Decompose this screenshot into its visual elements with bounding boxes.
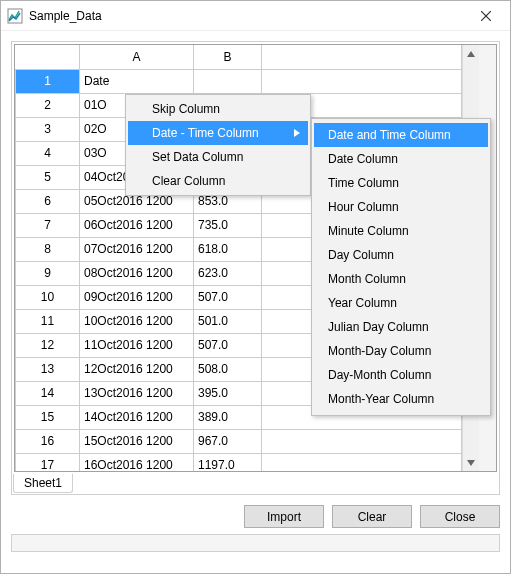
- submenu-item[interactable]: Month Column: [314, 267, 488, 291]
- row-header[interactable]: 8: [16, 237, 80, 261]
- submenu-item[interactable]: Hour Column: [314, 195, 488, 219]
- dialog-body: A B 1Date201O302O403O504Oct2016 1200852.…: [1, 31, 510, 573]
- scroll-down-icon[interactable]: [463, 454, 479, 471]
- cell-empty[interactable]: [262, 69, 462, 93]
- submenu-item[interactable]: Day-Month Column: [314, 363, 488, 387]
- svg-marker-4: [467, 460, 475, 466]
- cell-b[interactable]: 501.0: [194, 309, 262, 333]
- cell-b[interactable]: 1197.0: [194, 453, 262, 472]
- cell-b[interactable]: 508.0: [194, 357, 262, 381]
- cell-a[interactable]: 13Oct2016 1200: [80, 381, 194, 405]
- cell-a[interactable]: 09Oct2016 1200: [80, 285, 194, 309]
- close-icon[interactable]: [466, 2, 506, 30]
- cell-a[interactable]: 07Oct2016 1200: [80, 237, 194, 261]
- row-header[interactable]: 13: [16, 357, 80, 381]
- menu-clear-column[interactable]: Clear Column: [128, 169, 308, 193]
- button-row: Import Clear Close: [11, 505, 500, 528]
- row-header[interactable]: 11: [16, 309, 80, 333]
- cell-a[interactable]: 15Oct2016 1200: [80, 429, 194, 453]
- titlebar: Sample_Data: [1, 1, 510, 31]
- svg-marker-3: [467, 51, 475, 57]
- submenu-item[interactable]: Month-Year Column: [314, 387, 488, 411]
- cell-a[interactable]: 12Oct2016 1200: [80, 357, 194, 381]
- row-header[interactable]: 12: [16, 333, 80, 357]
- cell-b[interactable]: 395.0: [194, 381, 262, 405]
- cell-b[interactable]: [194, 69, 262, 93]
- row-header[interactable]: 3: [16, 117, 80, 141]
- import-button[interactable]: Import: [244, 505, 324, 528]
- row-header[interactable]: 4: [16, 141, 80, 165]
- scroll-up-icon[interactable]: [463, 45, 479, 62]
- cell-a[interactable]: 16Oct2016 1200: [80, 453, 194, 472]
- row-header[interactable]: 17: [16, 453, 80, 472]
- cell-a[interactable]: Date: [80, 69, 194, 93]
- sheet-tabs: Sheet1: [14, 472, 497, 494]
- menu-datetime-column[interactable]: Date - Time Column: [128, 121, 308, 145]
- cell-b[interactable]: 967.0: [194, 429, 262, 453]
- submenu-datetime: Date and Time ColumnDate ColumnTime Colu…: [311, 118, 491, 416]
- cell-b[interactable]: 623.0: [194, 261, 262, 285]
- submenu-arrow-icon: [294, 128, 300, 139]
- row-header[interactable]: 2: [16, 93, 80, 117]
- context-menu-column: Skip Column Date - Time Column Set Data …: [125, 94, 311, 196]
- submenu-item[interactable]: Date and Time Column: [314, 123, 488, 147]
- row-header[interactable]: 10: [16, 285, 80, 309]
- row-header[interactable]: 14: [16, 381, 80, 405]
- col-header-b[interactable]: B: [194, 45, 262, 69]
- clear-button[interactable]: Clear: [332, 505, 412, 528]
- row-header[interactable]: 7: [16, 213, 80, 237]
- submenu-item[interactable]: Time Column: [314, 171, 488, 195]
- submenu-item[interactable]: Year Column: [314, 291, 488, 315]
- menu-set-data-column[interactable]: Set Data Column: [128, 145, 308, 169]
- cell-empty[interactable]: [262, 429, 462, 453]
- row-header[interactable]: 15: [16, 405, 80, 429]
- cell-b[interactable]: 507.0: [194, 333, 262, 357]
- statusbar: [11, 534, 500, 552]
- cell-a[interactable]: 14Oct2016 1200: [80, 405, 194, 429]
- cell-b[interactable]: 735.0: [194, 213, 262, 237]
- row-header[interactable]: 6: [16, 189, 80, 213]
- cell-a[interactable]: 08Oct2016 1200: [80, 261, 194, 285]
- cell-empty[interactable]: [262, 453, 462, 472]
- app-icon: [7, 8, 23, 24]
- cell-a[interactable]: 10Oct2016 1200: [80, 309, 194, 333]
- row-header[interactable]: 5: [16, 165, 80, 189]
- cell-b[interactable]: 507.0: [194, 285, 262, 309]
- tab-sheet1[interactable]: Sheet1: [13, 474, 73, 493]
- cell-a[interactable]: 06Oct2016 1200: [80, 213, 194, 237]
- submenu-item[interactable]: Date Column: [314, 147, 488, 171]
- row-header[interactable]: 16: [16, 429, 80, 453]
- cell-b[interactable]: 618.0: [194, 237, 262, 261]
- cell-a[interactable]: 11Oct2016 1200: [80, 333, 194, 357]
- table-row: 1615Oct2016 1200967.0: [16, 429, 462, 453]
- corner-cell[interactable]: [16, 45, 80, 69]
- dialog-window: Sample_Data A B 1Date201O302O403: [0, 0, 511, 574]
- col-header-a[interactable]: A: [80, 45, 194, 69]
- submenu-item[interactable]: Minute Column: [314, 219, 488, 243]
- cell-b[interactable]: 389.0: [194, 405, 262, 429]
- svg-marker-5: [294, 129, 300, 137]
- close-button[interactable]: Close: [420, 505, 500, 528]
- table-row: 1Date: [16, 69, 462, 93]
- col-header-empty[interactable]: [262, 45, 462, 69]
- submenu-item[interactable]: Julian Day Column: [314, 315, 488, 339]
- menu-skip-column[interactable]: Skip Column: [128, 97, 308, 121]
- row-header[interactable]: 1: [16, 69, 80, 93]
- menu-datetime-label: Date - Time Column: [152, 126, 259, 140]
- window-title: Sample_Data: [29, 9, 466, 23]
- submenu-item[interactable]: Day Column: [314, 243, 488, 267]
- submenu-item[interactable]: Month-Day Column: [314, 339, 488, 363]
- table-row: 1716Oct2016 12001197.0: [16, 453, 462, 472]
- row-header[interactable]: 9: [16, 261, 80, 285]
